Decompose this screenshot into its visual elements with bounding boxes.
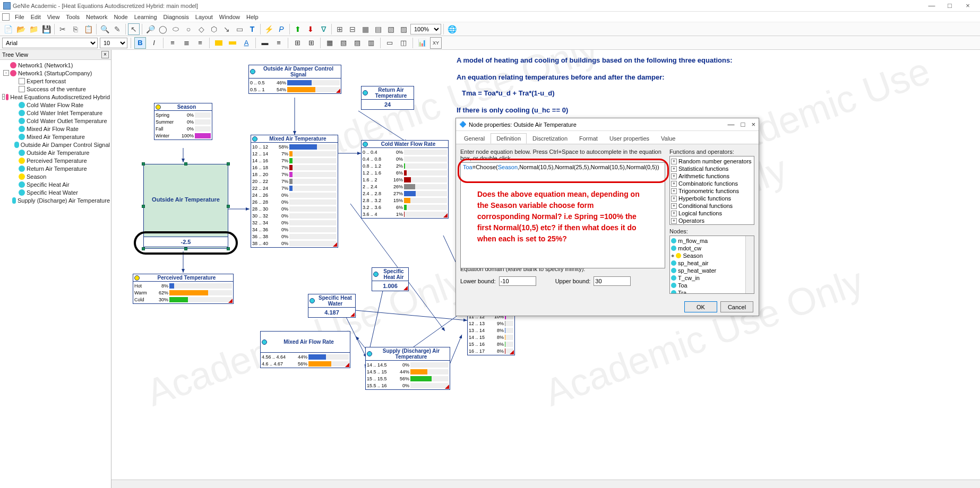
menu-layout[interactable]: Layout xyxy=(195,14,213,20)
paste-icon[interactable]: 📋 xyxy=(82,23,94,35)
function-item[interactable]: +Random number generators xyxy=(671,158,753,165)
hex-icon[interactable]: ⬡ xyxy=(208,23,220,35)
node-specific-heat-water[interactable]: Specific Heat Water 4.187 xyxy=(308,294,356,318)
menu-diagnosis[interactable]: Diagnosis xyxy=(164,14,189,20)
globe-icon[interactable]: 🌐 xyxy=(446,23,458,35)
tree-item[interactable]: Perceived Temperature xyxy=(1,156,110,164)
grid-off-button[interactable]: ⊞ xyxy=(305,37,317,49)
find-icon[interactable]: 🔍 xyxy=(99,23,110,35)
menu-node[interactable]: Node xyxy=(114,14,127,20)
menu-window[interactable]: Window xyxy=(219,14,240,20)
lines-button[interactable]: ≡ xyxy=(273,37,285,49)
tab-discretization[interactable]: Discretization xyxy=(527,133,573,144)
zoom-select[interactable]: 100% xyxy=(410,24,441,34)
pointer-icon[interactable]: ↖ xyxy=(128,23,140,35)
bold-button[interactable]: B xyxy=(134,37,146,49)
tree-item[interactable]: Return Air Temperature xyxy=(1,164,110,172)
node-season[interactable]: Season Spring0%Summer0%Fall0%Winter100% xyxy=(154,103,212,140)
prob-icon[interactable]: P xyxy=(276,23,287,35)
layer4-button[interactable]: ▥ xyxy=(365,37,377,49)
menu-tools[interactable]: Tools xyxy=(66,14,80,20)
tree-item[interactable]: Success of the venture xyxy=(1,85,110,93)
node-mixed-air-temp[interactable]: Mixed Air Temperature 10 .. 1258%12 .. 1… xyxy=(251,135,338,248)
chart-button[interactable]: 📊 xyxy=(416,37,428,49)
dialog-close-button[interactable]: × xyxy=(751,120,755,128)
node-list-item[interactable]: T_cw_in xyxy=(671,274,753,282)
tree-item[interactable]: Expert forecast xyxy=(1,77,110,85)
lightning-icon[interactable]: ⚡ xyxy=(263,23,274,35)
copy-icon[interactable]: ⎘ xyxy=(70,23,81,35)
line-color-button[interactable] xyxy=(227,37,238,49)
cancel-button[interactable]: Cancel xyxy=(720,301,753,312)
tree-item[interactable]: Specific Heat Air xyxy=(1,180,110,188)
tree-body[interactable]: Network1 (Network1)-Network1 (StartupCom… xyxy=(0,60,111,488)
tree-close-button[interactable]: × xyxy=(101,51,109,58)
tree-item[interactable]: Cold Water Inlet Temperature xyxy=(1,109,110,117)
node-perceived-temp[interactable]: Perceived Temperature Hot8%Warm62%Cold30… xyxy=(133,274,234,304)
border-button[interactable]: ▬ xyxy=(259,37,271,49)
tree-item[interactable]: Network1 (Network1) xyxy=(1,61,110,69)
menu-learning[interactable]: Learning xyxy=(134,14,157,20)
font-size-select[interactable]: 10 xyxy=(100,38,127,48)
tree-item[interactable]: Supply (Discharge) Air Temperature xyxy=(1,196,110,204)
new-icon[interactable]: 📄 xyxy=(2,23,14,35)
node-list-item[interactable]: mdot_cw xyxy=(671,245,753,252)
dialog-maximize-button[interactable]: □ xyxy=(741,120,745,128)
function-item[interactable]: +Operators xyxy=(671,217,753,224)
function-item[interactable]: +Logical functions xyxy=(671,210,753,217)
node-list-item[interactable]: Toa xyxy=(671,282,753,289)
function-item[interactable]: +Conditional functions xyxy=(671,202,753,210)
menu-edit[interactable]: Edit xyxy=(31,14,41,20)
node-return-air-temp[interactable]: Return Air Temperature 24 xyxy=(361,86,414,110)
align-left-button[interactable]: ≡ xyxy=(167,37,178,49)
fill-color-button[interactable] xyxy=(213,37,225,49)
functions-list[interactable]: +Random number generators+Statistical fu… xyxy=(669,156,754,225)
view1-button[interactable]: ▭ xyxy=(384,37,396,49)
text-icon[interactable]: T xyxy=(246,23,258,35)
grid3-icon[interactable]: ▧ xyxy=(385,23,397,35)
ellipse2-icon[interactable]: ⬭ xyxy=(170,23,182,35)
node-cold-water-flow[interactable]: Cold Water Flow Rate 0 .. 0.40%0.4 .. 0.… xyxy=(361,140,449,219)
menu-network[interactable]: Network xyxy=(86,14,107,20)
tree-item[interactable]: -Network1 (StartupCompany) xyxy=(1,69,110,77)
menu-file[interactable]: File xyxy=(15,14,24,20)
grid2-icon[interactable]: ▤ xyxy=(372,23,384,35)
tree-item[interactable]: -Heat Equations Autodiscretized Hybrid xyxy=(1,93,110,101)
close-button[interactable]: × xyxy=(959,2,977,10)
function-item[interactable]: +Combinatoric functions xyxy=(671,180,753,187)
node-list-item[interactable]: m_flow_ma xyxy=(671,237,753,245)
layer1-button[interactable]: ▦ xyxy=(324,37,336,49)
node-list-item[interactable]: sp_heat_air xyxy=(671,259,753,267)
italic-button[interactable]: I xyxy=(148,37,160,49)
view2-button[interactable]: ◫ xyxy=(398,37,409,49)
dialog-minimize-button[interactable]: — xyxy=(728,120,735,128)
function-item[interactable]: +Trigonometric functions xyxy=(671,187,753,195)
tree-item[interactable]: Outside Air Damper Control Signal xyxy=(1,141,110,149)
tree-item[interactable]: Specific Heat Water xyxy=(1,188,110,196)
ellipse-icon[interactable]: ◯ xyxy=(157,23,169,35)
dialog-titlebar[interactable]: 🔷 Node properties: Outside Air Temperatu… xyxy=(456,118,759,131)
grid4-icon[interactable]: ▨ xyxy=(398,23,409,35)
arrow-up-green-icon[interactable]: ⬆ xyxy=(292,23,304,35)
node-damper[interactable]: Outside Air Damper Control Signal 0 .. 0… xyxy=(248,65,341,94)
maximize-button[interactable]: □ xyxy=(941,2,959,10)
tree-item[interactable]: Mixed Air Temperature xyxy=(1,133,110,141)
arrow-down-red-icon[interactable]: ⬇ xyxy=(305,23,316,35)
layer2-button[interactable]: ▧ xyxy=(338,37,349,49)
node-list-item[interactable]: sp_heat_water xyxy=(671,267,753,274)
function-item[interactable]: +Statistical functions xyxy=(671,165,753,172)
tab-general[interactable]: General xyxy=(458,133,491,144)
menu-view[interactable]: View xyxy=(47,14,60,20)
node-list-item[interactable]: Tra xyxy=(671,289,753,294)
node-partial[interactable]: 11 .. 1210%12 .. 139%13 .. 148%14 .. 158… xyxy=(467,312,515,355)
node-properties-dialog[interactable]: 🔷 Node properties: Outside Air Temperatu… xyxy=(455,118,759,316)
xy-button[interactable]: XY xyxy=(430,37,442,49)
node-specific-heat-air[interactable]: Specific Heat Air 1.006 xyxy=(372,267,409,291)
tab-definition[interactable]: Definition xyxy=(491,133,527,144)
lower-bound-input[interactable] xyxy=(499,276,536,286)
diamond-icon[interactable]: ◇ xyxy=(195,23,207,35)
tree2-icon[interactable]: ⊟ xyxy=(347,23,358,35)
layer3-button[interactable]: ▨ xyxy=(351,37,363,49)
ok-button[interactable]: OK xyxy=(684,301,717,312)
tree-item[interactable]: Cold Water Flow Rate xyxy=(1,101,110,109)
